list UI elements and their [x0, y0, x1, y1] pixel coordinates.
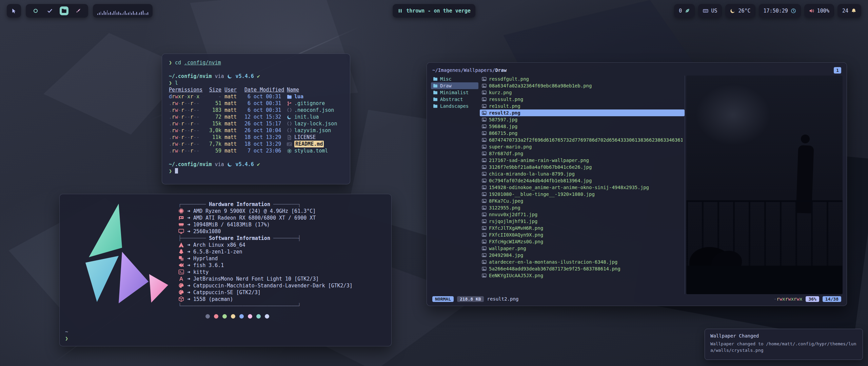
file-item[interactable]: FXfcJlTXgAMvH6R.png: [480, 225, 685, 231]
file-name: ressdfgult.png: [489, 76, 529, 82]
file-item[interactable]: rsjqojlmjhf91.jpg: [480, 218, 685, 225]
fetch-prompt-line: ❯: [65, 335, 68, 342]
visualizer-bar: [107, 10, 108, 15]
file-user: matt: [224, 107, 241, 114]
file-item[interactable]: 68747470733a2f2f696d616765732d7769786d70…: [480, 137, 685, 143]
file-item[interactable]: chica-mirando-la-luna-8799.jpg: [480, 170, 685, 177]
file-item[interactable]: 0c794faf07de24a4db4d4fb1eb813964.jpg: [480, 177, 685, 184]
file-item[interactable]: EeNKYgIUcAAJ5JX.png: [480, 272, 685, 279]
file-item[interactable]: FXfcHgcWIAMzs0G.png: [480, 238, 685, 245]
status-pill-volume[interactable]: 100%: [804, 4, 834, 18]
fetch-pkg-icon: [178, 296, 184, 302]
file-size: 11k: [206, 134, 221, 141]
file-listing-row: drwxr-xr-x-matt 6 oct 00:31lua: [169, 93, 343, 100]
keyboard-icon: [703, 8, 708, 14]
prompt-symbol: ❯: [169, 168, 175, 174]
visualizer-bar: [117, 13, 117, 15]
terminal-window-nvim[interactable]: ❯ cd .config/nvim~/.config/nvim via v5.4…: [162, 54, 350, 184]
launcher-button[interactable]: [7, 4, 21, 18]
file-date: 12 oct 15:32: [244, 114, 284, 120]
file-item[interactable]: kurz.png: [480, 89, 685, 96]
file-item[interactable]: 866715.png: [480, 130, 685, 137]
folder-item-landscapes[interactable]: Landscapes: [431, 103, 478, 109]
file-item[interactable]: 3126f7e9bbf21a8a4af0b67b041c6e26.jpg: [480, 164, 685, 170]
tab-badge[interactable]: 1: [834, 67, 841, 74]
file-item[interactable]: FXfcII0X0AQyn9X.png: [480, 231, 685, 238]
folder-item-minimalist[interactable]: Minimalist: [431, 89, 478, 96]
file-item[interactable]: 596848.jpg: [480, 123, 685, 130]
prompt-symbol: ❯: [65, 336, 68, 342]
workspace-button-1[interactable]: [31, 6, 40, 15]
file-name: 20492984.jpg: [489, 252, 523, 259]
file-item[interactable]: result2.png: [480, 109, 685, 116]
fetch-value: fish 3.6.1: [193, 262, 224, 268]
workspace-button-2[interactable]: [45, 6, 54, 15]
folder-item-abstract[interactable]: Abstract: [431, 96, 478, 103]
size-badge: 218.8 KB: [457, 296, 484, 302]
visualizer-bar: [144, 13, 145, 15]
status-pill-notifications[interactable]: 24: [837, 4, 861, 18]
file-item[interactable]: 20492984.jpg: [480, 252, 685, 259]
file-item[interactable]: resssult.png: [480, 96, 685, 103]
file-item[interactable]: 19201080-__blue-tinge__-1920×1080.jpg: [480, 191, 685, 198]
music-widget[interactable]: thrown - on the verge: [393, 4, 475, 18]
terminal-window-fetch[interactable]: ┌──────── Hardware Information ────────┐…: [59, 194, 392, 346]
fm-folder-list: MiscDrawMinimalistAbstractLandscapes: [431, 76, 478, 294]
audio-visualizer[interactable]: [93, 4, 153, 18]
fetch-palette-icon: [178, 289, 184, 295]
file-permissions: drwxr-xr-x: [169, 93, 203, 100]
folder-name: Minimalist: [440, 89, 469, 96]
image-file-icon: [482, 205, 487, 210]
fetch-software-line: ➜ Catppuccin-SE [GTK2/3]: [178, 289, 353, 296]
file-item[interactable]: wallpaper.png: [480, 245, 685, 252]
breadcrumb: ~/Imagenes/Wallpapers/Draw: [432, 66, 507, 74]
file-item[interactable]: 3122955.png: [480, 204, 685, 211]
workspace-3-icon: [61, 8, 67, 14]
leaf-icon: [685, 8, 690, 14]
workspace-button-3[interactable]: [60, 6, 68, 15]
file-name: 87r687df.png: [489, 150, 523, 157]
filetype-icon: [287, 115, 292, 120]
folder-name: Misc: [440, 76, 452, 82]
image-file-icon: [482, 151, 487, 156]
file-listing-row: .rw-r--r--7,7kmatt18 oct 13:29README.md: [169, 141, 343, 147]
fetch-software-line: ➜ 6.5.8-zen1-1-zen: [178, 248, 353, 255]
file-listing-row: .rw-r--r--11kmatt18 oct 13:29LICENSE: [169, 134, 343, 141]
visualizer-bar: [108, 13, 109, 15]
file-item[interactable]: re1sult.png: [480, 103, 685, 109]
visualizer-bar: [143, 11, 143, 15]
image-file-icon: [482, 219, 487, 224]
file-item[interactable]: super-mario.png: [480, 143, 685, 150]
terminal-nvim-content: ❯ cd .config/nvim~/.config/nvim via v5.4…: [169, 59, 343, 175]
file-item[interactable]: ressdfgult.png: [480, 76, 685, 82]
fetch-hardware-line: ➜ AMD Ryzen 9 5900X (24) @ 4.9GHz [61.3°…: [178, 208, 353, 215]
statusbar-permissions: -rwxrwxrwx: [774, 296, 802, 302]
status-pill-keyboard-layout[interactable]: US: [698, 4, 722, 18]
folder-item-misc[interactable]: Misc: [431, 76, 478, 82]
notification-popup[interactable]: Wallpaper Changed Wallpaper changed to /…: [705, 329, 863, 360]
file-item[interactable]: 587597.jpg: [480, 116, 685, 123]
file-item[interactable]: 5a266e448add93deab367d87173e9f25-6837886…: [480, 265, 685, 272]
workspace-button-4[interactable]: [74, 6, 83, 15]
file-item[interactable]: 87r687df.png: [480, 150, 685, 157]
file-manager-statusbar: NORMAL 218.8 KB result2.png -rwxrwxrwx 3…: [431, 294, 843, 304]
file-item[interactable]: 08a634fa02a32364f69ebc86a98eb1eb.png: [480, 82, 685, 89]
visualizer-bar: [138, 14, 139, 15]
file-item[interactable]: nnvuv0xj2df71.jpg: [480, 211, 685, 218]
file-item[interactable]: 217167-sad-anime-rain-wallpaper.png: [480, 157, 685, 164]
hardware-section-header: ┌──────── Hardware Information ────────┐: [178, 201, 353, 208]
file-item[interactable]: atardecer-en-la-montanas-ilustracion-634…: [480, 259, 685, 265]
visualizer-bar: [122, 14, 122, 15]
status-volume-value: 100%: [817, 8, 829, 14]
status-pill-weather[interactable]: 26°C: [725, 4, 755, 18]
folder-icon: [433, 83, 438, 88]
file-manager-window[interactable]: ~/Imagenes/Wallpapers/Draw 1 MiscDrawMin…: [427, 62, 847, 306]
status-pill-updates[interactable]: 0: [674, 4, 695, 18]
fetch-section-title: Hardware Information: [209, 201, 270, 207]
file-item[interactable]: 154928-odinokoe_anime-art-anime-okno-sin…: [480, 184, 685, 191]
folder-item-draw[interactable]: Draw: [431, 82, 478, 89]
file-item[interactable]: 8FKa7Cu.jpeg: [480, 198, 685, 204]
fetch-software-line: ➜ fish 3.6.1: [178, 262, 353, 269]
status-pill-clock[interactable]: 17:50:29: [759, 4, 801, 18]
visualizer-bar: [141, 12, 142, 15]
